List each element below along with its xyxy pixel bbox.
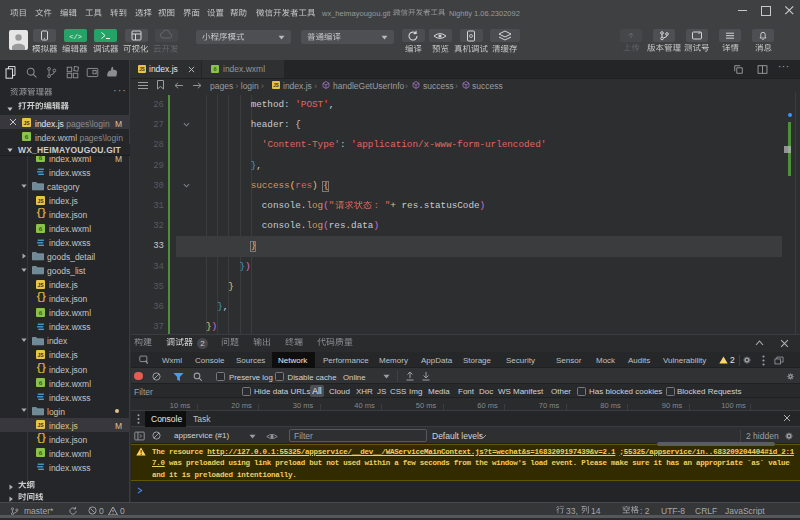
svg-text:JS: JS [139, 67, 145, 72]
svg-text:JS: JS [23, 119, 30, 125]
svg-text:б: б [39, 226, 43, 232]
svg-text:б: б [39, 450, 43, 456]
svg-text:JS: JS [37, 282, 44, 288]
svg-text:JS: JS [273, 83, 279, 88]
svg-text:б: б [39, 310, 43, 316]
svg-text:б: б [39, 156, 43, 161]
svg-text:б: б [213, 66, 216, 72]
svg-text:JS: JS [37, 197, 44, 203]
svg-text:</>: </> [69, 33, 82, 41]
svg-text:JS: JS [37, 352, 44, 358]
svg-text:JS: JS [37, 422, 44, 428]
svg-text:б: б [39, 380, 43, 386]
svg-text:б: б [25, 134, 29, 140]
svg-text:!: ! [140, 449, 142, 456]
